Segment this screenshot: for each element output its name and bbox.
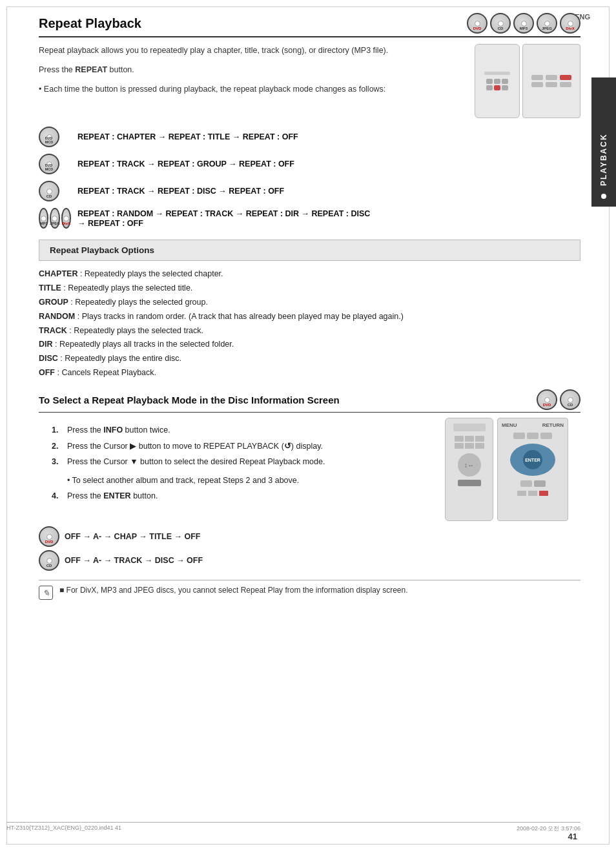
scb4 — [520, 480, 532, 487]
intro-text-col: Repeat playback allows you to repeatedly… — [39, 44, 447, 118]
remote-device — [475, 44, 520, 118]
dc-btn2 — [546, 75, 557, 80]
scb1 — [513, 433, 525, 439]
rb4 — [486, 85, 493, 90]
device-images: ↕↔ MENU RETURN ENTER — [445, 418, 580, 521]
cd-seq-icon: CD — [39, 181, 59, 201]
step-3: 3.Press the Cursor ▼ button to select th… — [52, 455, 435, 487]
small-dvd-icon: DVD — [39, 526, 59, 547]
small-seq-dvd-text: OFF → A- → CHAP → TITLE → OFF — [65, 532, 200, 541]
remote-step-device: ↕↔ — [445, 418, 493, 521]
right-tab: PLAYBACK — [591, 77, 616, 207]
footer-left: HT-Z310(TZ312)_XAC(ENG)_0220.ind41 41 — [6, 825, 121, 833]
step-3-main: 3.Press the Cursor ▼ button to select th… — [52, 455, 435, 469]
option-chapter: CHAPTER : Repeatedly plays the selected … — [39, 267, 580, 282]
dc-row2 — [531, 82, 571, 87]
dvdmcd2-icon: DVDMCD — [39, 154, 59, 174]
option-random: RANDOM : Plays tracks in random order. (… — [39, 310, 580, 324]
note-bullet: ■ — [59, 586, 64, 595]
screen-btns-row3 — [517, 491, 548, 496]
footer-right: 2008-02-20 오전 3:57:06 — [517, 825, 580, 833]
seq-text-4b: → REPEAT : OFF — [77, 219, 143, 228]
sub-section-title-text: To Select a Repeat Playback Mode in the … — [39, 395, 340, 405]
options-box: Repeat Playback Options — [39, 240, 580, 261]
rb3 — [502, 79, 508, 84]
rsb5 — [465, 443, 474, 449]
dvd-icon: DVD — [467, 13, 488, 34]
dc-btn5 — [546, 82, 557, 87]
rsb4 — [455, 443, 464, 449]
steps-area: 1.Press the INFO button twice. 2.Press t… — [39, 418, 580, 521]
seq-icon-dvdmcd: DVDMCD — [39, 127, 71, 147]
scb6 — [517, 491, 526, 496]
rs-circle: ↕↔ — [458, 453, 481, 477]
sub-disc-icons: DVD CD — [537, 389, 580, 410]
dc-btn3 — [560, 75, 571, 80]
screen-btns-row1 — [513, 433, 552, 439]
small-seq-cd: CD OFF → A- → TRACK → DISC → OFF — [39, 550, 580, 571]
seq-icon-cd: CD — [39, 181, 71, 201]
seq-text-3: REPEAT : TRACK → REPEAT : DISC → REPEAT … — [77, 187, 580, 196]
sequence-table: DVDMCD REPEAT : CHAPTER → REPEAT : TITLE… — [39, 125, 580, 231]
remote-top — [475, 44, 580, 118]
rb6 — [502, 85, 508, 90]
screen-btns-row2 — [520, 480, 546, 487]
steps-list: 1.Press the INFO button twice. 2.Press t… — [52, 423, 435, 504]
option-disc: DISC : Repeatedly plays the entire disc. — [39, 352, 580, 366]
scb2 — [527, 433, 539, 439]
note-icon: ✎ — [39, 586, 53, 600]
dvdmcd-icon: DVDMCD — [39, 127, 59, 147]
section-title: Repeat Playback DVD CD MP3 JPEG DivX — [39, 13, 580, 37]
remote-images — [458, 44, 580, 118]
seq-icon-mp3-jpeg-divx: MP3 JPEG DivX — [39, 208, 71, 229]
options-box-title: Repeat Playback Options — [50, 245, 154, 255]
small-seq-dvd: DVD OFF → A- → CHAP → TITLE → OFF — [39, 526, 580, 547]
dc-btn6 — [560, 82, 571, 87]
steps-col: 1.Press the INFO button twice. 2.Press t… — [39, 418, 435, 521]
seq-row-3: CD REPEAT : TRACK → REPEAT : DISC → REPE… — [39, 179, 580, 203]
rsb2 — [465, 436, 474, 442]
seq-row-4: MP3 JPEG DivX REPEAT : RANDOM → REPEAT :… — [39, 206, 580, 231]
rs-btns — [455, 436, 484, 449]
step-4: 4.Press the ENTER button. — [52, 489, 435, 504]
seq-row-2: DVDMCD REPEAT : TRACK → REPEAT : GROUP →… — [39, 152, 580, 176]
tab-dot — [601, 194, 606, 199]
enter-label: ENTER — [525, 458, 540, 462]
enter-btn: ENTER — [523, 450, 542, 469]
scb3 — [540, 433, 552, 439]
option-dir: DIR : Repeatedly plays all tracks in the… — [39, 338, 580, 352]
rsb6 — [475, 443, 484, 449]
scb7 — [528, 491, 537, 496]
rb1 — [486, 79, 493, 84]
sub-dvd-icon: DVD — [537, 389, 557, 410]
page-number: 41 — [568, 832, 577, 841]
rb2 — [494, 79, 500, 84]
option-title: TITLE : Repeatedly plays the selected ti… — [39, 282, 580, 296]
rs-screen — [453, 424, 486, 431]
divx-seq-icon: DivX — [61, 208, 71, 229]
option-track: TRACK : Repeatedly plays the selected tr… — [39, 324, 580, 338]
option-group: GROUP : Repeatedly plays the selected gr… — [39, 296, 580, 310]
remote-screen — [484, 72, 510, 75]
screen-top: MENU RETURN — [502, 422, 564, 428]
seq-row-1: DVDMCD REPEAT : CHAPTER → REPEAT : TITLE… — [39, 125, 580, 149]
disc-icons-row: DVD CD MP3 JPEG DivX — [467, 13, 580, 34]
mp3-seq-icon: MP3 — [39, 208, 48, 229]
jpeg-icon: JPEG — [537, 13, 557, 34]
seq-icon-dvdmcd2: DVDMCD — [39, 154, 71, 174]
bullet-line: • Each time the button is pressed during… — [39, 83, 447, 96]
seq-text-1: REPEAT : CHAPTER → REPEAT : TITLE → REPE… — [77, 132, 580, 141]
sub-cd-icon: CD — [560, 389, 580, 410]
options-list: CHAPTER : Repeatedly plays the selected … — [39, 267, 580, 380]
dc-btn4 — [531, 82, 543, 87]
small-cd-icon: CD — [39, 550, 59, 571]
option-off: OFF : Cancels Repeat Playback. — [39, 366, 580, 380]
menu-label: MENU — [502, 422, 517, 428]
small-seq-cd-text: OFF → A- → TRACK → DISC → OFF — [65, 556, 203, 565]
intro-area: Repeat playback allows you to repeatedly… — [39, 44, 580, 118]
dc-btn1 — [531, 75, 543, 80]
rsb3 — [475, 436, 484, 442]
footer: HT-Z310(TZ312)_XAC(ENG)_0220.ind41 41 20… — [6, 822, 580, 833]
jpeg-seq-icon: JPEG — [50, 208, 59, 229]
seq-text-2: REPEAT : TRACK → REPEAT : GROUP → REPEAT… — [77, 159, 580, 169]
